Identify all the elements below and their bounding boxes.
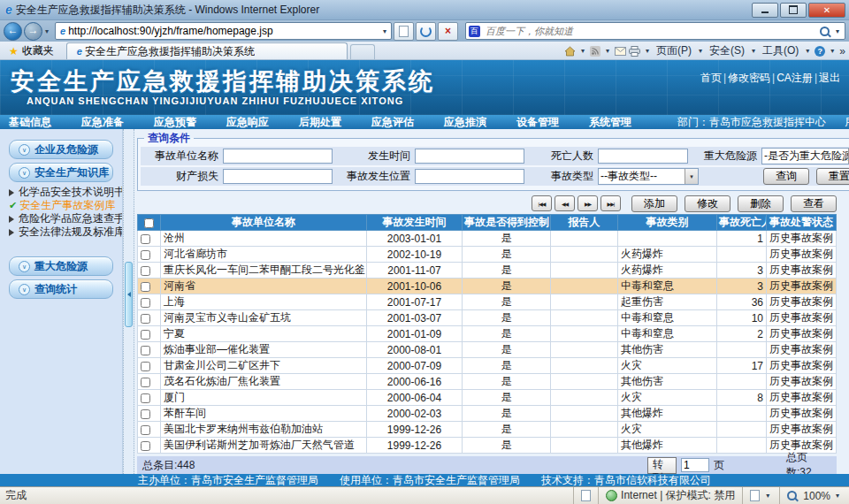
sidebar-group[interactable]: ∨重大危险源 bbox=[9, 256, 113, 276]
sidebar-collapse-handle[interactable] bbox=[125, 262, 133, 327]
status-protected-segment[interactable]: ▾ bbox=[742, 487, 779, 504]
close-button[interactable]: ✕ bbox=[808, 3, 845, 18]
delete-button[interactable]: 删除 bbox=[738, 195, 784, 212]
table-row[interactable]: 美国北卡罗来纳州韦兹伯勒加油站1999-12-26是火灾历史事故案例 bbox=[138, 422, 837, 438]
back-button[interactable]: ← bbox=[4, 22, 22, 41]
table-row[interactable]: 沧州2003-01-01是1历史事故案例 bbox=[138, 231, 837, 247]
minimize-button[interactable] bbox=[752, 3, 778, 18]
select-all-checkbox[interactable] bbox=[144, 218, 154, 228]
help-dropdown[interactable]: ▾ bbox=[830, 47, 834, 55]
address-history-dropdown[interactable]: ▾ bbox=[383, 27, 386, 35]
search-box[interactable]: 百 ▾ bbox=[465, 22, 845, 40]
search-magnifier-icon[interactable] bbox=[820, 27, 830, 36]
protected-dropdown[interactable]: ▾ bbox=[766, 492, 769, 500]
new-tab-button[interactable] bbox=[350, 44, 375, 59]
favorites-button[interactable]: ★ 收藏夹 bbox=[4, 43, 59, 58]
unit-name-input[interactable] bbox=[223, 149, 333, 164]
nav-item[interactable]: 应急预警 bbox=[154, 115, 196, 130]
tools-menu-dropdown[interactable]: ▾ bbox=[806, 47, 809, 55]
compatibility-view-button[interactable] bbox=[394, 22, 414, 41]
zoom-dropdown[interactable]: ▾ bbox=[836, 492, 839, 500]
prev-page-button[interactable]: ◀◀ bbox=[555, 195, 575, 211]
occur-time-input[interactable] bbox=[415, 149, 524, 164]
sidebar-item[interactable]: 危险化学品应急速查手... bbox=[0, 212, 122, 225]
table-row[interactable]: 甘肃金川公司二矿区井下2000-07-09是火灾17历史事故案例 bbox=[138, 358, 837, 374]
row-checkbox[interactable] bbox=[141, 441, 150, 451]
accident-type-select[interactable]: --事故类型-- ▾ bbox=[598, 168, 699, 185]
table-row[interactable]: 上海2001-07-17是起重伤害36历史事故案例 bbox=[138, 294, 837, 310]
url-input[interactable] bbox=[68, 25, 380, 37]
nav-item[interactable]: 应急推演 bbox=[444, 115, 486, 130]
page-menu-dropdown[interactable]: ▾ bbox=[699, 47, 702, 55]
row-checkbox[interactable] bbox=[141, 346, 150, 355]
sidebar-item[interactable]: ✔安全生产事故案例库 bbox=[0, 199, 122, 212]
table-row[interactable]: 苯酐车间2000-02-03是其他爆炸历史事故案例 bbox=[138, 406, 837, 422]
maximize-button[interactable] bbox=[780, 3, 807, 18]
table-row[interactable]: 炼油事业部—催化装置2000-08-01是其他伤害历史事故案例 bbox=[138, 342, 837, 358]
view-button[interactable]: 查看 bbox=[791, 195, 837, 212]
safety-menu-dropdown[interactable]: ▾ bbox=[752, 47, 755, 55]
death-count-input[interactable] bbox=[598, 149, 688, 164]
row-checkbox[interactable] bbox=[141, 330, 150, 340]
recent-pages-dropdown[interactable]: ▾ bbox=[45, 27, 49, 35]
nav-item[interactable]: 设备管理 bbox=[516, 115, 559, 130]
home-dropdown[interactable]: ▾ bbox=[581, 47, 585, 55]
nav-item[interactable]: 基础信息 bbox=[9, 115, 51, 130]
table-row[interactable]: 厦门2000-06-04是火灾8历史事故案例 bbox=[138, 390, 837, 406]
row-checkbox[interactable] bbox=[141, 266, 150, 276]
tools-menu[interactable]: 工具(O) bbox=[761, 43, 800, 58]
header-link[interactable]: 首页 bbox=[700, 72, 722, 84]
page-menu[interactable]: 页面(P) bbox=[654, 43, 693, 58]
read-mail-icon[interactable] bbox=[615, 47, 626, 56]
feeds-dropdown[interactable]: ▾ bbox=[606, 47, 609, 55]
nav-item[interactable]: 应急准备 bbox=[81, 115, 124, 130]
row-checkbox[interactable] bbox=[141, 362, 150, 371]
last-page-button[interactable]: ▶▶| bbox=[600, 195, 621, 211]
table-row[interactable]: 重庆长风化一车间二苯甲酮工段二号光化釜2001-11-07是火药爆炸3历史事故案… bbox=[138, 263, 837, 279]
nav-item[interactable]: 系统管理 bbox=[589, 115, 631, 130]
nav-item[interactable]: 后期处置 bbox=[299, 115, 341, 130]
forward-button[interactable]: → bbox=[24, 22, 42, 41]
row-checkbox[interactable] bbox=[141, 425, 150, 435]
print-icon[interactable] bbox=[629, 46, 640, 57]
toolbar-overflow-chevron[interactable]: » bbox=[839, 45, 845, 57]
address-field[interactable]: e ▾ bbox=[55, 22, 392, 40]
feeds-icon[interactable] bbox=[590, 46, 600, 57]
row-checkbox[interactable] bbox=[141, 314, 150, 324]
goto-page-input[interactable] bbox=[681, 458, 709, 472]
table-row[interactable]: 河北省廊坊市2002-10-19是火药爆炸历史事故案例 bbox=[138, 247, 837, 263]
select-dropdown-icon[interactable]: ▾ bbox=[685, 169, 698, 184]
nav-item[interactable]: 应急响应 bbox=[226, 115, 269, 130]
table-row[interactable]: 宁夏2001-01-09是中毒和窒息2历史事故案例 bbox=[138, 326, 837, 342]
header-link[interactable]: CA注册 bbox=[776, 72, 813, 84]
location-input[interactable] bbox=[415, 169, 524, 184]
row-checkbox[interactable] bbox=[141, 378, 150, 387]
row-checkbox[interactable] bbox=[141, 298, 150, 308]
first-page-button[interactable]: |◀◀ bbox=[532, 195, 552, 211]
row-checkbox[interactable] bbox=[141, 234, 150, 244]
sidebar-splitter[interactable] bbox=[123, 129, 134, 474]
search-dropdown[interactable]: ▾ bbox=[836, 27, 839, 35]
row-checkbox[interactable] bbox=[141, 282, 150, 292]
tab-active[interactable]: e 安全生产应急救援指挥辅助决策系统 bbox=[66, 42, 348, 59]
query-reset-button[interactable]: 重置 bbox=[816, 168, 849, 185]
goto-button[interactable]: 转到 bbox=[647, 457, 677, 474]
sidebar-group[interactable]: ∨企业及危险源 bbox=[9, 140, 113, 159]
major-hazard-select[interactable]: -是否为重大危险源- ▾ bbox=[761, 148, 849, 164]
nav-item[interactable]: 应急评估 bbox=[371, 115, 414, 130]
safety-menu[interactable]: 安全(S) bbox=[708, 43, 746, 58]
header-link[interactable]: 修改密码 bbox=[728, 72, 770, 84]
add-button[interactable]: 添加 bbox=[631, 195, 677, 212]
status-zoom-segment[interactable]: 100% ▾ bbox=[779, 487, 849, 504]
refresh-button[interactable] bbox=[416, 22, 436, 41]
table-row[interactable]: 河南灵宝市义寺山金矿五坑2001-03-07是中毒和窒息10历史事故案例 bbox=[138, 310, 837, 326]
table-row[interactable]: 茂名石化炼油厂焦化装置2000-06-16是其他伤害历史事故案例 bbox=[138, 374, 837, 390]
sidebar-group[interactable]: ∨查询统计 bbox=[9, 279, 113, 299]
row-checkbox[interactable] bbox=[141, 393, 150, 403]
header-link[interactable]: 退出 bbox=[819, 72, 840, 84]
home-icon[interactable] bbox=[564, 46, 576, 57]
table-row[interactable]: 河南省2001-10-06是中毒和窒息3历史事故案例 bbox=[138, 279, 837, 294]
sidebar-group[interactable]: ∨安全生产知识库 bbox=[9, 163, 113, 182]
print-dropdown[interactable]: ▾ bbox=[646, 47, 649, 55]
query-search-button[interactable]: 查询 bbox=[763, 168, 809, 185]
